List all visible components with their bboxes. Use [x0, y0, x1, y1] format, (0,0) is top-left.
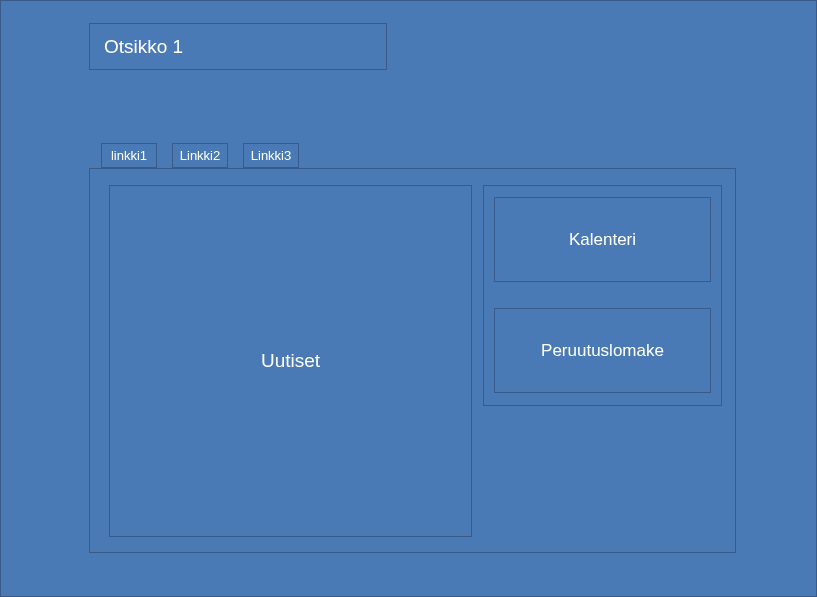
tab-link-2[interactable]: Linkki2	[172, 143, 228, 168]
news-section-label: Uutiset	[261, 350, 320, 372]
cancel-form-widget: Peruutuslomake	[494, 308, 711, 393]
page-title-box: Otsikko 1	[89, 23, 387, 70]
tab-link-3[interactable]: Linkki3	[243, 143, 299, 168]
page-title-label: Otsikko 1	[104, 36, 183, 58]
tab-link-1-label: linkki1	[111, 148, 147, 163]
tab-link-2-label: Linkki2	[180, 148, 220, 163]
wireframe-canvas: Otsikko 1 linkki1 Linkki2 Linkki3 Uutise…	[0, 0, 817, 597]
calendar-widget: Kalenteri	[494, 197, 711, 282]
tab-link-1[interactable]: linkki1	[101, 143, 157, 168]
calendar-widget-label: Kalenteri	[569, 230, 636, 250]
cancel-form-widget-label: Peruutuslomake	[541, 341, 664, 361]
tab-link-3-label: Linkki3	[251, 148, 291, 163]
news-section: Uutiset	[109, 185, 472, 537]
